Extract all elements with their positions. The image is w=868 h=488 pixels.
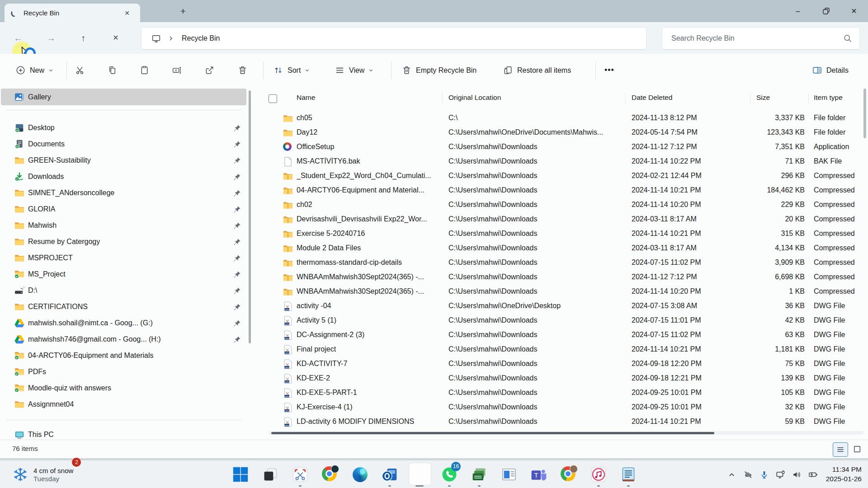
new-button[interactable]: New xyxy=(15,54,53,87)
sidebar-item-msproject[interactable]: MSPROJECT xyxy=(1,250,246,266)
select-all-checkbox[interactable] xyxy=(269,94,277,103)
file-row[interactable]: ch05 C:\ 2024-11-13 8:12 PM 3,337 KB Fil… xyxy=(269,111,868,126)
file-row[interactable]: WNBAAmMahwish30Sept2024(365) -... C:\Use… xyxy=(269,285,868,299)
file-row[interactable]: OfficeSetup C:\Users\mahwi\Downloads 202… xyxy=(269,140,868,155)
horizontal-scrollbar[interactable] xyxy=(269,431,863,435)
microphone-icon[interactable] xyxy=(756,466,773,483)
file-name[interactable]: _Student_Exp22_Word_Ch04_Cumulati... xyxy=(297,172,440,180)
file-row[interactable]: MS-ACTİVİTY6.bak C:\Users\mahwi\Download… xyxy=(269,155,868,169)
file-row[interactable]: ch02 C:\Users\mahwi\Downloads 2024-11-14… xyxy=(269,198,868,212)
restore-button[interactable] xyxy=(812,0,840,22)
file-row[interactable]: DWG KD-EXE-5-PART-1 C:\Users\mahwi\Downl… xyxy=(269,386,868,400)
close-button[interactable]: ✕ xyxy=(840,0,868,22)
sidebar-item-desktop[interactable]: Desktop xyxy=(1,120,246,136)
sidebar-item-ms-project[interactable]: MS_Project xyxy=(1,266,246,282)
file-row[interactable]: DWG LD-activity 6 MODIFY DIMENSIONS C:\U… xyxy=(269,415,868,429)
sidebar-item-gloria[interactable]: GLORIA xyxy=(1,201,246,217)
rename-button[interactable]: A xyxy=(172,54,182,87)
sidebar-item-mahwishsh746-gmail-com-goog-h[interactable]: mahwishsh746@gmail.com - Goog... (H:) xyxy=(1,331,246,347)
vertical-scrollbar-thumb[interactable] xyxy=(863,89,866,138)
sort-button[interactable]: Sort xyxy=(273,54,310,87)
paste-button[interactable] xyxy=(139,54,150,87)
sidebar-item-gallery[interactable]: Gallery xyxy=(1,89,246,105)
cloud-offline-icon[interactable] xyxy=(740,466,756,483)
taskbar-chrome-profile-2-button[interactable] xyxy=(554,462,584,487)
horizontal-scrollbar-thumb[interactable] xyxy=(271,432,714,434)
more-options-button[interactable]: ••• xyxy=(604,54,614,87)
sidebar-item-mahwish-sohail-nimt-ca-goog-g[interactable]: mahwish.sohail@nimt.ca - Goog... (G:) xyxy=(1,315,246,331)
file-name[interactable]: Devrisashvili_Devrisashvili Exp22_Wor... xyxy=(297,215,440,223)
file-name[interactable]: Module 2 Data Files xyxy=(297,244,440,252)
file-name[interactable]: KD-EXE-5-PART-1 xyxy=(297,389,440,397)
display-cast-icon[interactable] xyxy=(773,466,789,483)
file-row[interactable]: DWG KD-ACTIVITY-7 C:\Users\mahwi\Downloa… xyxy=(269,357,868,371)
sidebar-item-assignmnet04[interactable]: Assignmnet04 xyxy=(1,396,246,413)
taskbar-clock[interactable]: 11:34 PM 2025-01-26 xyxy=(826,465,862,484)
up-button[interactable]: ↑ xyxy=(75,30,91,46)
sidebar-item-resume-by-catergogy[interactable]: Resume by Catergogy xyxy=(1,234,246,250)
file-row[interactable]: thermomass-standard-cip-details C:\Users… xyxy=(269,256,868,270)
copy-button[interactable] xyxy=(107,54,118,87)
file-name[interactable]: activity -04 xyxy=(297,302,440,310)
column-header-size[interactable]: Size xyxy=(756,94,770,102)
taskbar-file-explorer-button[interactable] xyxy=(405,462,434,487)
file-name[interactable]: MS-ACTİVİTY6.bak xyxy=(297,157,440,165)
sidebar-item-pdfs[interactable]: PDFs xyxy=(1,364,246,380)
new-tab-button[interactable]: + xyxy=(176,5,190,18)
column-header-name[interactable]: Name xyxy=(297,94,315,102)
taskbar-notepad-button[interactable] xyxy=(613,462,643,487)
sidebar-item-certifications[interactable]: CERTIFICATIONS xyxy=(1,299,246,315)
column-header-type[interactable]: Item type xyxy=(814,94,843,102)
file-name[interactable]: KJ-Exercise-4 (1) xyxy=(297,403,440,411)
file-name[interactable]: thermomass-standard-cip-details xyxy=(297,258,440,267)
taskbar-chrome-profile-1-button[interactable] xyxy=(315,462,345,487)
file-row[interactable]: DWG Activity 5 (1) C:\Users\mahwi\Downlo… xyxy=(269,314,868,328)
column-divider[interactable] xyxy=(808,93,809,104)
column-header-location[interactable]: Original Location xyxy=(448,94,501,102)
file-name[interactable]: Exercise 5-20240716 xyxy=(297,230,440,238)
empty-recycle-bin-button[interactable]: Empty Recycle Bin xyxy=(401,54,476,87)
file-row[interactable]: WNBAAmMahwish30Sept2024(365) -... C:\Use… xyxy=(269,270,868,285)
sidebar-item-documents[interactable]: Documents xyxy=(1,136,246,152)
taskbar-whatsapp-button[interactable]: 16 xyxy=(434,462,464,487)
cut-button[interactable] xyxy=(75,54,85,87)
file-name[interactable]: KD-ACTIVITY-7 xyxy=(297,360,440,368)
battery-icon[interactable] xyxy=(805,466,821,483)
delete-button[interactable] xyxy=(237,54,248,87)
share-button[interactable] xyxy=(204,54,215,87)
minimize-button[interactable]: – xyxy=(784,0,812,22)
tab-recycle-bin[interactable]: Recycle Bin ✕ xyxy=(5,4,140,22)
sidebar-item-moodle-quiz-with-answers[interactable]: Moodle-quiz with answers xyxy=(1,380,246,396)
stop-refresh-button[interactable]: ✕ xyxy=(108,30,124,46)
sidebar-item-d[interactable]: ? D:\ xyxy=(1,282,246,299)
file-row[interactable]: Devrisashvili_Devrisashvili Exp22_Wor...… xyxy=(269,212,868,227)
file-row[interactable]: Module 2 Data Files C:\Users\mahwi\Downl… xyxy=(269,241,868,256)
tab-close-icon[interactable]: ✕ xyxy=(122,8,132,18)
tray-chevron-icon[interactable] xyxy=(724,466,740,483)
file-name[interactable]: LD-activity 6 MODIFY DIMENSIONS xyxy=(297,418,440,426)
taskbar-itunes-button[interactable] xyxy=(584,462,613,487)
file-row[interactable]: Day12 C:\Users\mahwi\OneDrive\Documents\… xyxy=(269,126,868,140)
file-row[interactable]: Exercise 5-20240716 C:\Users\mahwi\Downl… xyxy=(269,227,868,241)
details-pane-button[interactable]: Details xyxy=(812,54,849,87)
sidebar-item-04-arcty06-equipment-and-materials[interactable]: 04-ARCTY06-Equipment and Materials xyxy=(1,347,246,364)
sidebar-item-green-sustaibility[interactable]: GREEN-Sustaibility xyxy=(1,152,246,169)
file-name[interactable]: ch05 xyxy=(297,114,440,122)
file-name[interactable]: OfficeSetup xyxy=(297,143,440,151)
restore-all-items-button[interactable]: Restore all items xyxy=(503,54,571,87)
file-row[interactable]: _Student_Exp22_Word_Ch04_Cumulati... C:\… xyxy=(269,169,868,183)
sidebar-scrollbar[interactable] xyxy=(249,90,251,343)
file-row[interactable]: DWG KD-EXE-2 C:\Users\mahwi\Downloads 20… xyxy=(269,371,868,386)
details-view-toggle[interactable] xyxy=(833,442,848,457)
sidebar-item-this-pc[interactable]: This PC xyxy=(1,427,246,440)
column-divider[interactable] xyxy=(750,93,750,104)
sidebar-item-simnet-andersoncollege[interactable]: SIMNET_ANdersoncollege xyxy=(1,185,246,201)
file-name[interactable]: WNBAAmMahwish30Sept2024(365) -... xyxy=(297,273,440,281)
view-button[interactable]: View xyxy=(335,54,373,87)
search-input[interactable] xyxy=(670,34,843,43)
file-name[interactable]: Final project xyxy=(297,345,440,353)
taskbar-snipping-tool-button[interactable] xyxy=(285,462,315,487)
column-divider[interactable] xyxy=(625,93,626,104)
file-row[interactable]: DWG KJ-Exercise-4 (1) C:\Users\mahwi\Dow… xyxy=(269,400,868,415)
file-name[interactable]: 04-ARCTY06-Equipment and Material... xyxy=(297,186,440,194)
